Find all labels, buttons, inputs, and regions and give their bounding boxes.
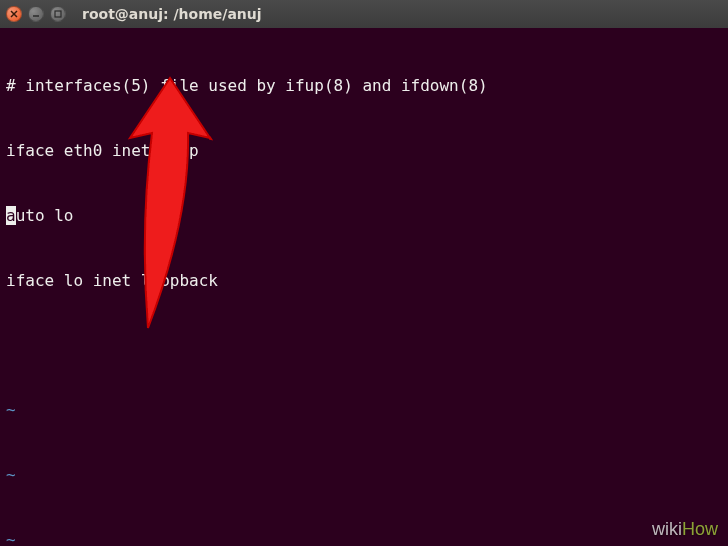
- watermark-how: How: [682, 519, 718, 539]
- terminal-body[interactable]: # interfaces(5) file used by ifup(8) and…: [0, 28, 728, 546]
- vim-tilde: ~: [6, 529, 722, 546]
- text-line: # interfaces(5) file used by ifup(8) and…: [6, 75, 722, 97]
- vim-tilde: ~: [6, 464, 722, 486]
- terminal-window: root@anuj: /home/anuj # interfaces(5) fi…: [0, 0, 728, 546]
- minimize-button[interactable]: [28, 6, 44, 22]
- titlebar[interactable]: root@anuj: /home/anuj: [0, 0, 728, 28]
- text-line: auto lo: [6, 205, 722, 227]
- vim-tilde: ~: [6, 399, 722, 421]
- text-rest: uto lo: [16, 206, 74, 225]
- text-line: iface eth0 inet dhcp: [6, 140, 722, 162]
- window-controls: [6, 6, 66, 22]
- svg-rect-3: [55, 11, 61, 17]
- empty-line: [6, 334, 722, 356]
- watermark: wikiHow: [652, 519, 718, 540]
- cursor: a: [6, 206, 16, 225]
- maximize-button[interactable]: [50, 6, 66, 22]
- text-line: iface lo inet loopback: [6, 270, 722, 292]
- close-button[interactable]: [6, 6, 22, 22]
- window-title: root@anuj: /home/anuj: [82, 6, 262, 22]
- watermark-wiki: wiki: [652, 519, 682, 539]
